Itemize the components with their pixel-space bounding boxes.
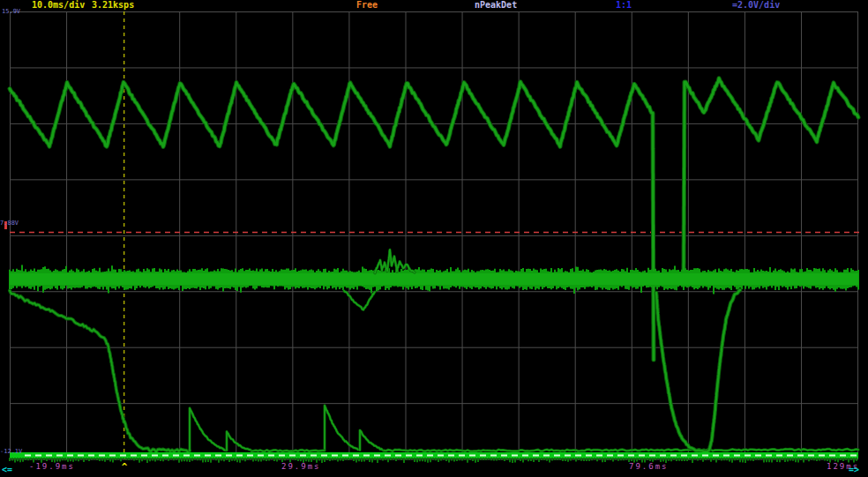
time-tick-label: -19.9ms: [29, 463, 75, 471]
vertical-scale-label: =2.0V/div: [732, 1, 780, 10]
pan-left-button[interactable]: <=: [2, 466, 12, 474]
timebase-readout: 10.0ms/div: [32, 1, 85, 10]
trigger-mode-label: Free: [356, 1, 378, 10]
time-tick-label: 29.9ms: [281, 463, 321, 471]
voltage-label-top: 15.9V: [2, 9, 20, 15]
voltage-label-ref: 7.88V: [0, 220, 19, 227]
sample-rate-readout: 3.21ksps: [92, 1, 134, 10]
pan-right-button[interactable]: =>: [849, 466, 859, 474]
trigger-position-marker[interactable]: ^: [118, 462, 131, 472]
oscilloscope-screen: 10.0ms/div 3.21ksps Free nPeakDet 1:1 =2…: [0, 0, 868, 477]
probe-ratio-label: 1:1: [616, 1, 632, 10]
waveform-display: [0, 0, 868, 477]
time-tick-label: 79.6ms: [629, 463, 669, 471]
acquire-mode-label: nPeakDet: [475, 1, 517, 10]
voltage-label-bottom: -12.1V: [0, 449, 22, 455]
